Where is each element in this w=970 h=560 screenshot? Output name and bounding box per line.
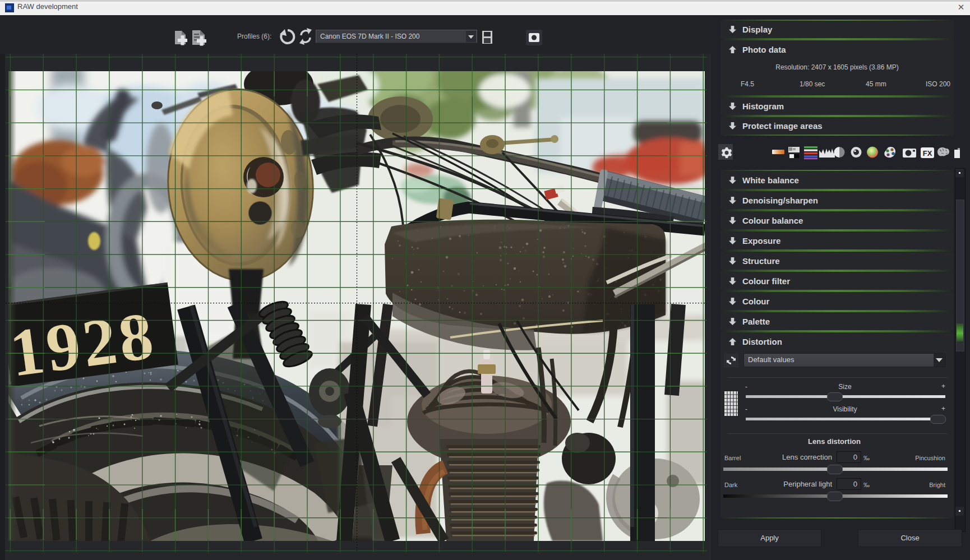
svg-text:FX: FX [923,149,932,158]
